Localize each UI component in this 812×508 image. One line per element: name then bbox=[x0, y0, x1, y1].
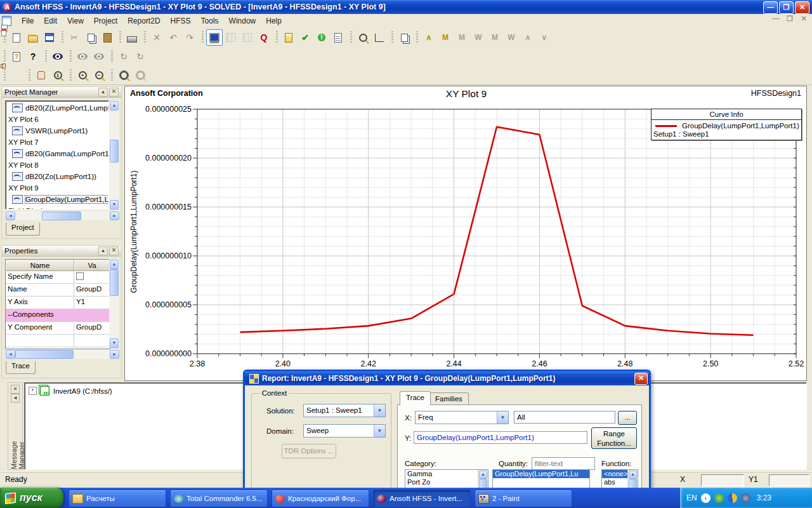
toolbar-grip[interactable] bbox=[111, 69, 113, 82]
properties-vscrollbar[interactable]: ▲ ▼ bbox=[109, 259, 119, 348]
copy-button[interactable] bbox=[82, 29, 99, 46]
property-value-cell[interactable] bbox=[74, 271, 110, 284]
properties-row[interactable]: NameGroupD bbox=[6, 284, 110, 297]
menu-window[interactable]: Window bbox=[224, 15, 261, 27]
toolbar-grip[interactable] bbox=[119, 31, 121, 44]
properties-row[interactable]: --Components bbox=[6, 309, 110, 322]
open-file-button[interactable] bbox=[25, 29, 41, 46]
mdi-close-icon[interactable]: ✕ bbox=[799, 15, 808, 23]
category-item[interactable]: Port Zo bbox=[405, 478, 488, 486]
toolbar-grip[interactable] bbox=[202, 31, 204, 44]
tab-families[interactable]: Families bbox=[429, 392, 469, 405]
zoom-window-button[interactable] bbox=[115, 67, 132, 84]
pan-hand-button[interactable] bbox=[33, 67, 49, 84]
queue-manager-button[interactable]: Q bbox=[256, 29, 272, 46]
new-file-button[interactable] bbox=[8, 29, 25, 46]
property-value-cell[interactable] bbox=[74, 309, 110, 322]
menu-report2d[interactable]: Report2D bbox=[122, 15, 165, 27]
tab-trace[interactable]: Trace bbox=[6, 361, 36, 374]
properties-header[interactable]: Properties ▴ ✕ bbox=[2, 246, 121, 257]
trace-style-5-button[interactable]: M bbox=[487, 29, 503, 46]
create-report-button[interactable] bbox=[371, 29, 388, 46]
save-button[interactable] bbox=[41, 29, 58, 46]
toolbar-grip[interactable] bbox=[350, 31, 352, 44]
trace-style-8-button[interactable]: ∨ bbox=[536, 29, 553, 46]
toolbar-grip[interactable] bbox=[111, 50, 113, 63]
restore-button[interactable]: ❐ bbox=[779, 1, 794, 14]
mdi-restore-icon[interactable]: ❐ bbox=[785, 15, 794, 23]
panel-collapse-icon[interactable]: ▴ bbox=[98, 246, 108, 255]
validation-doc-button[interactable] bbox=[280, 29, 297, 46]
zoom-in-button[interactable]: + bbox=[74, 67, 91, 84]
property-value-cell[interactable]: Y1 bbox=[74, 297, 110, 309]
minimize-button[interactable]: — bbox=[763, 1, 778, 14]
rotate-view-button[interactable]: ↻ bbox=[115, 48, 132, 65]
toolbar-grip[interactable] bbox=[144, 31, 146, 44]
language-indicator[interactable]: EN bbox=[686, 493, 697, 502]
undo-button[interactable]: ↶ bbox=[165, 29, 181, 46]
range-function-button[interactable]: Range Function... bbox=[591, 427, 637, 449]
property-value-cell[interactable]: GroupD bbox=[74, 322, 110, 335]
solve-monitor-button[interactable] bbox=[206, 29, 223, 46]
toolbar-grip[interactable] bbox=[391, 31, 393, 44]
chevron-down-icon[interactable]: ▼ bbox=[374, 425, 385, 437]
solution-combobox[interactable]: Setup1 : Sweep1▼ bbox=[303, 404, 386, 417]
tray-app-icon[interactable] bbox=[741, 493, 750, 503]
copy-image-button[interactable] bbox=[396, 29, 412, 46]
project-tree-item[interactable]: dB20(Zo(LumpPort1)) bbox=[7, 171, 108, 182]
menu-view[interactable]: View bbox=[62, 15, 89, 27]
menu-edit[interactable]: Edit bbox=[39, 15, 62, 27]
project-tree-item[interactable]: dB20(Z(LumpPort1,LumpP bbox=[7, 102, 108, 114]
project-tree-hscrollbar[interactable]: ◄ ► bbox=[5, 211, 119, 220]
project-manager-header[interactable]: Project Manager ▴ ✕ bbox=[2, 87, 121, 98]
project-tree-item[interactable]: VSWR(LumpPort1) bbox=[7, 125, 108, 137]
message-manager-pin-icon[interactable]: ◄ bbox=[11, 394, 20, 403]
domain-combobox[interactable]: Sweep▼ bbox=[303, 424, 386, 438]
trace-style-2-button[interactable]: M bbox=[437, 29, 454, 46]
tab-project[interactable]: Project bbox=[6, 223, 40, 236]
zoom-fit-button[interactable] bbox=[132, 67, 148, 84]
start-button[interactable]: пуск bbox=[0, 488, 63, 508]
toolbar-grip[interactable] bbox=[45, 50, 47, 63]
toolbar-grip[interactable] bbox=[62, 31, 63, 44]
mdi-minimize-icon[interactable]: — bbox=[771, 15, 780, 23]
close-button[interactable]: ✕ bbox=[795, 1, 809, 14]
expand-plus-icon[interactable]: + bbox=[29, 387, 37, 395]
properties-column-header[interactable]: Name bbox=[6, 260, 74, 271]
menu-hfss[interactable]: HFSS bbox=[166, 15, 196, 27]
project-tree-item[interactable]: Field Display bbox=[7, 205, 108, 210]
property-value-cell[interactable]: GroupD bbox=[74, 284, 110, 297]
properties-row[interactable] bbox=[6, 335, 110, 347]
trace-style-4-button[interactable]: W bbox=[470, 29, 487, 46]
properties-row[interactable]: Y ComponentGroupD bbox=[6, 322, 110, 335]
toolbar-grip[interactable] bbox=[4, 69, 6, 82]
tray-antivirus-icon[interactable] bbox=[714, 493, 724, 503]
quantity-item[interactable]: GroupDelay(LumpPort1,Lu bbox=[493, 470, 589, 478]
x-range-ellipsis-button[interactable]: ... bbox=[618, 411, 637, 425]
visibility-eye-button[interactable] bbox=[49, 48, 66, 65]
chevron-down-icon[interactable]: ▼ bbox=[374, 404, 385, 417]
panel-close-icon[interactable]: ✕ bbox=[109, 246, 119, 255]
taskbar-task-3[interactable]: Краснодарский Фор... bbox=[272, 490, 369, 507]
trace-style-6-button[interactable]: W bbox=[503, 29, 520, 46]
project-tree[interactable]: dB20(Z(LumpPort1,LumpPXY Plot 6VSWR(Lump… bbox=[5, 100, 109, 210]
panel-close-icon[interactable]: ✕ bbox=[109, 88, 119, 97]
solution-data-button[interactable] bbox=[355, 29, 371, 46]
menu-file[interactable]: File bbox=[16, 15, 39, 27]
project-tree-vscrollbar[interactable]: ▲ ▼ bbox=[109, 100, 119, 210]
results-doc-button[interactable] bbox=[330, 29, 346, 46]
x-quantity-combobox[interactable]: Freq▼ bbox=[415, 411, 509, 424]
properties-row[interactable]: Y AxisY1 bbox=[6, 297, 110, 309]
tdr-options-button[interactable]: TDR Options ... bbox=[282, 444, 336, 458]
rotate-model-button[interactable]: ↻ bbox=[132, 48, 148, 65]
context-help-button[interactable]: ? bbox=[25, 48, 41, 65]
toolbar-grip[interactable] bbox=[70, 50, 72, 63]
menu-project[interactable]: Project bbox=[89, 15, 122, 27]
panel-collapse-icon[interactable]: ▴ bbox=[98, 88, 108, 97]
solve-queue-button[interactable] bbox=[239, 29, 256, 46]
property-value-cell[interactable] bbox=[74, 335, 110, 347]
quantity-filter-input[interactable] bbox=[532, 457, 595, 470]
taskbar-task-1[interactable]: Расчеты bbox=[69, 490, 166, 507]
trace-style-3-button[interactable]: M bbox=[454, 29, 470, 46]
trace-style-7-button[interactable]: ∧ bbox=[520, 29, 536, 46]
